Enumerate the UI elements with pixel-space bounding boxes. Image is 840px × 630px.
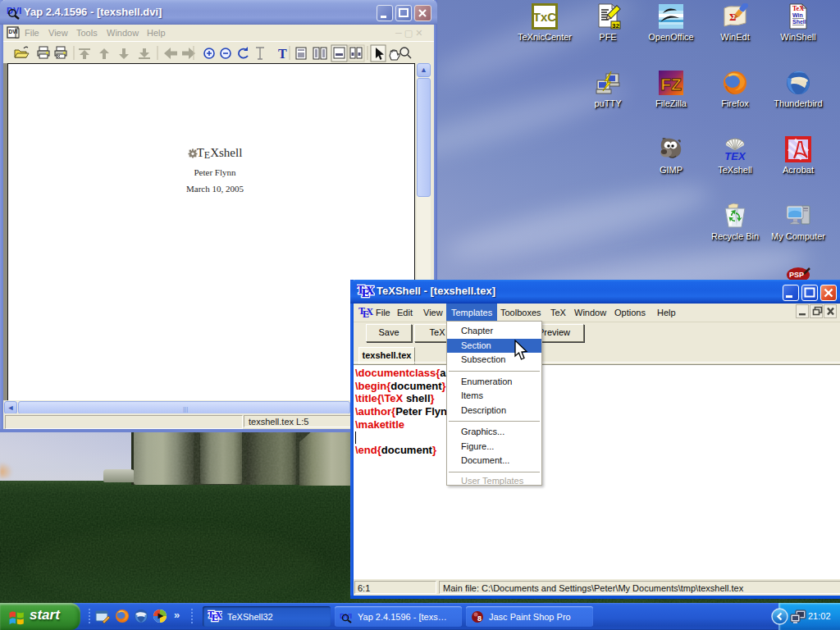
svg-text:Shell: Shell <box>792 19 806 25</box>
svg-text:8: 8 <box>477 614 482 623</box>
svg-text:T: T <box>278 47 287 61</box>
svg-text:32: 32 <box>612 22 619 30</box>
svg-text:TeX: TeX <box>792 5 804 12</box>
svg-text:TxC: TxC <box>533 10 557 24</box>
svg-text:X: X <box>366 285 374 297</box>
svg-text:FZ: FZ <box>660 75 682 94</box>
svg-text:PSP: PSP <box>789 271 804 279</box>
svg-text:DVI: DVI <box>340 612 352 620</box>
svg-text:TEX: TEX <box>724 150 746 162</box>
svg-text:X: X <box>367 306 374 317</box>
svg-text:DVI: DVI <box>9 29 18 34</box>
svg-text:Win: Win <box>792 12 803 18</box>
svg-text:X: X <box>216 609 223 621</box>
